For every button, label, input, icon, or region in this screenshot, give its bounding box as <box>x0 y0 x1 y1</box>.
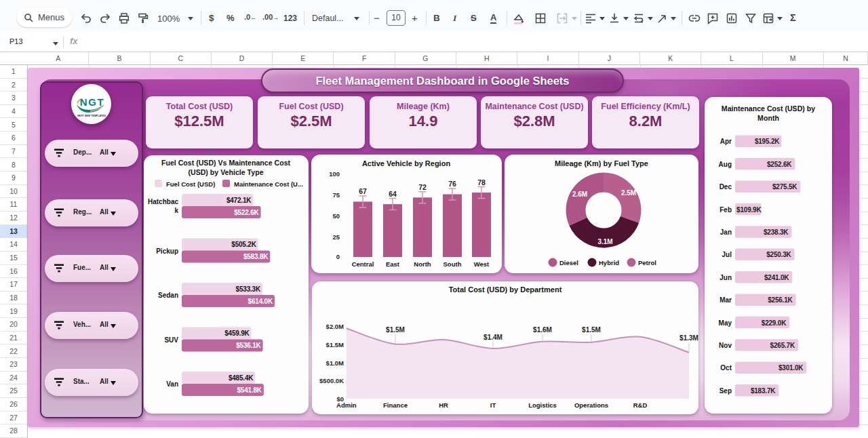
svg-text:Jan: Jan <box>720 228 732 236</box>
svg-text:Sep: Sep <box>719 387 732 395</box>
svg-text:NGT: NGT <box>80 96 104 108</box>
svg-text:$472.1K: $472.1K <box>226 197 252 204</box>
svg-text:Oct: Oct <box>720 364 732 372</box>
svg-text:$250.3K: $250.3K <box>766 251 791 258</box>
svg-text:$109.9K: $109.9K <box>736 206 762 214</box>
svg-text:Mileage (Km) by Fuel Type: Mileage (Km) by Fuel Type <box>555 159 648 167</box>
svg-text:Maintenance Cost (USD) by: Maintenance Cost (USD) by <box>722 104 815 113</box>
svg-text:Nov: Nov <box>719 342 732 349</box>
svg-text:South: South <box>443 260 462 268</box>
svg-text:$614.0K: $614.0K <box>248 298 273 305</box>
svg-text:$1.5M: $1.5M <box>386 326 405 334</box>
svg-text:Sedan: Sedan <box>158 292 178 299</box>
svg-text:$229.0K: $229.0K <box>762 319 787 327</box>
svg-text:$522.6K: $522.6K <box>234 209 259 216</box>
svg-text:Van: Van <box>166 380 178 388</box>
svg-text:72: 72 <box>418 183 427 191</box>
svg-text:67: 67 <box>359 187 367 195</box>
svg-text:Feb: Feb <box>719 206 732 214</box>
svg-text:Pickup: Pickup <box>156 247 178 255</box>
svg-text:Operations: Operations <box>574 401 608 409</box>
svg-text:$2.0M: $2.0M <box>326 323 344 330</box>
svg-text:West: West <box>474 260 490 268</box>
svg-text:Aug: Aug <box>719 161 732 168</box>
svg-text:Total Cost (USD) by Department: Total Cost (USD) by Department <box>449 285 562 294</box>
svg-text:$265.7K: $265.7K <box>770 342 795 349</box>
svg-text:Central: Central <box>352 260 374 268</box>
svg-text:25: 25 <box>332 233 340 241</box>
svg-text:76: 76 <box>448 180 456 188</box>
svg-text:$1.3M: $1.3M <box>679 334 698 342</box>
svg-text:Active Vehicle by Region: Active Vehicle by Region <box>362 159 450 167</box>
svg-text:Logistics: Logistics <box>528 401 557 409</box>
svg-text:Hatchbac: Hatchbac <box>148 198 178 205</box>
svg-text:3.1M: 3.1M <box>597 238 612 245</box>
svg-text:R&D: R&D <box>633 401 648 409</box>
svg-text:$1.6M: $1.6M <box>533 326 552 334</box>
svg-text:North: North <box>414 260 431 268</box>
svg-text:Finance: Finance <box>383 401 408 409</box>
svg-text:$1.4M: $1.4M <box>484 334 502 341</box>
svg-text:NEXT NEW TEMPLATES: NEXT NEW TEMPLATES <box>77 115 106 117</box>
svg-text:Admin: Admin <box>336 401 357 409</box>
svg-text:100: 100 <box>329 170 340 178</box>
svg-text:$1.5M: $1.5M <box>326 341 344 349</box>
svg-text:0: 0 <box>336 253 340 260</box>
svg-text:Month: Month <box>757 114 779 122</box>
svg-text:East: East <box>386 260 400 268</box>
svg-text:k: k <box>174 207 178 214</box>
svg-text:$256.1K: $256.1K <box>768 296 793 304</box>
svg-text:$536.1K: $536.1K <box>236 342 261 349</box>
svg-text:$1.0M: $1.0M <box>326 359 344 367</box>
svg-text:78: 78 <box>477 178 486 186</box>
svg-text:Hybrid: Hybrid <box>599 259 619 266</box>
svg-text:May: May <box>719 319 732 327</box>
svg-text:SUV: SUV <box>164 336 178 344</box>
svg-text:Fuel Cost (USD) Vs Maintenance: Fuel Cost (USD) Vs Maintenance Cost <box>161 159 291 167</box>
svg-text:$583.8K: $583.8K <box>243 253 269 260</box>
svg-text:$459.9K: $459.9K <box>224 330 250 337</box>
svg-text:Petrol: Petrol <box>638 259 656 266</box>
svg-text:Diesel: Diesel <box>559 259 578 266</box>
svg-text:$541.8K: $541.8K <box>237 386 262 394</box>
svg-text:(USD) by Vehicle Type: (USD) by Vehicle Type <box>188 168 263 176</box>
svg-text:Dec: Dec <box>719 183 732 191</box>
svg-text:75: 75 <box>332 191 340 199</box>
svg-text:50: 50 <box>332 212 340 220</box>
svg-text:$505.2K: $505.2K <box>231 241 256 248</box>
svg-text:$252.6K: $252.6K <box>767 161 792 168</box>
svg-text:IT: IT <box>490 401 496 409</box>
svg-text:$485.4K: $485.4K <box>229 374 254 382</box>
svg-text:Fuel Cost (USD): Fuel Cost (USD) <box>166 180 215 188</box>
svg-text:Jun: Jun <box>719 274 732 281</box>
svg-text:HR: HR <box>439 401 448 409</box>
svg-text:$241.0K: $241.0K <box>764 274 789 281</box>
svg-text:2.5M: 2.5M <box>621 189 636 197</box>
svg-text:$275.5K: $275.5K <box>772 183 797 191</box>
svg-text:Mar: Mar <box>719 296 732 304</box>
svg-text:Maintenance Cost (U...: Maintenance Cost (U... <box>234 180 303 188</box>
svg-text:Jul: Jul <box>722 251 732 258</box>
svg-text:64: 64 <box>389 190 397 198</box>
svg-text:$500.0K: $500.0K <box>319 377 344 384</box>
svg-text:$301.0K: $301.0K <box>778 364 804 372</box>
svg-text:$1.5M: $1.5M <box>582 326 601 334</box>
svg-text:2.6M: 2.6M <box>572 191 587 198</box>
svg-text:$195.2K: $195.2K <box>755 138 780 145</box>
svg-text:$238.3K: $238.3K <box>764 228 789 236</box>
svg-text:$183.7K: $183.7K <box>751 387 776 395</box>
svg-text:Apr: Apr <box>720 138 732 145</box>
svg-text:$533.3K: $533.3K <box>236 285 261 293</box>
